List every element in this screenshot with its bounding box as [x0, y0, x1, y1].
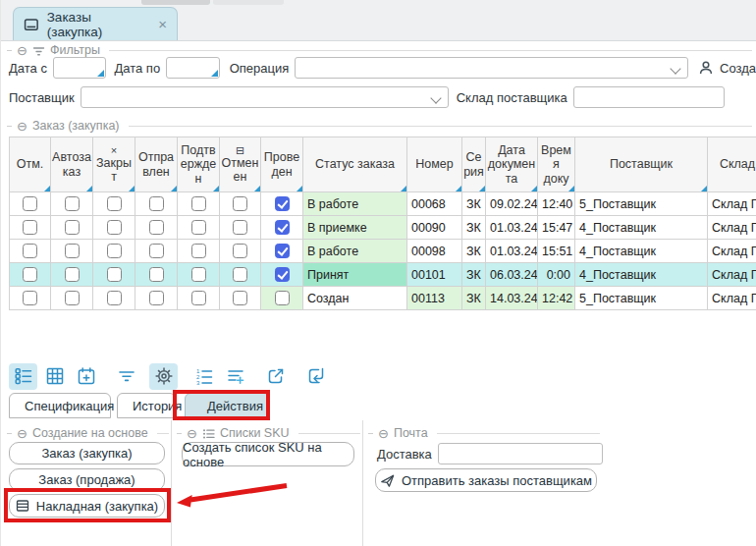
checkbox-otmenen[interactable]	[233, 267, 247, 282]
create-sku-list-button[interactable]: Создать список SKU на основе	[182, 442, 354, 466]
checkbox-otmenen[interactable]	[233, 244, 247, 258]
checkbox-otm[interactable]	[23, 196, 37, 211]
col-otpravlen[interactable]: Отправлен	[135, 137, 178, 192]
checkbox-autozakaz[interactable]	[65, 291, 80, 305]
checkbox-otm[interactable]	[23, 267, 37, 282]
checkbox-zakryt[interactable]	[107, 291, 122, 305]
table-row[interactable]: В приемке 00090 ЗК 01.03.24 15:47 4_Пост…	[10, 216, 756, 240]
list-add-button[interactable]	[221, 363, 249, 390]
cell-number: 00098	[407, 240, 462, 263]
checkbox-zakryt[interactable]	[107, 267, 122, 282]
grid-view-button[interactable]	[40, 363, 69, 390]
date-from-input[interactable]	[54, 58, 106, 78]
collapse-icon[interactable]: ⊖	[187, 427, 197, 440]
reload-button[interactable]	[301, 363, 330, 390]
checkbox-otmenen[interactable]	[233, 196, 247, 211]
date-to-input[interactable]	[167, 58, 219, 78]
checkbox-proveden[interactable]	[275, 196, 290, 211]
checkbox-otpravlen[interactable]	[149, 196, 164, 211]
col-proveden[interactable]: Проведен	[261, 137, 303, 192]
col-status[interactable]: Статус заказа	[303, 137, 407, 192]
order-sale-button[interactable]: Заказ (продажа)	[9, 468, 165, 491]
checkbox-otpravlen[interactable]	[149, 291, 164, 305]
table-row[interactable]: В работе 00068 ЗК 09.02.24 12:40 5_Поста…	[10, 192, 756, 216]
filter-button[interactable]	[112, 363, 140, 390]
checkbox-podtverzhden[interactable]	[191, 291, 206, 305]
supplier-warehouse-input[interactable]	[574, 87, 724, 107]
cell-series: ЗК	[462, 216, 486, 240]
gear-icon	[154, 366, 174, 386]
tab-history[interactable]: История	[117, 393, 176, 418]
collapse-icon[interactable]: ⊖	[378, 427, 389, 440]
tab-specification[interactable]: Спецификация	[9, 393, 111, 418]
numbered-list-button[interactable]: 1 2 3	[189, 363, 218, 390]
col-autozakaz[interactable]: Автозаказ	[51, 137, 93, 192]
settings-button[interactable]	[149, 363, 178, 390]
close-icon[interactable]: ×	[158, 16, 167, 32]
checkbox-podtverzhden[interactable]	[191, 196, 206, 211]
supplier-select[interactable]	[81, 86, 449, 108]
checkbox-autozakaz[interactable]	[65, 196, 80, 211]
checkbox-proveden[interactable]	[275, 267, 290, 282]
checkbox-otmenen[interactable]	[233, 291, 247, 305]
table-row[interactable]: Создан 00113 ЗК 14.03.24 12:42 5_Поставщ…	[10, 287, 756, 310]
checkbox-otpravlen[interactable]	[149, 220, 164, 235]
date-from-label: Дата с	[9, 61, 47, 76]
invoice-purchase-button[interactable]: Накладная (закупка)	[9, 494, 165, 518]
checkbox-zakryt[interactable]	[107, 220, 122, 235]
checkbox-otpravlen[interactable]	[149, 267, 164, 282]
cell-time: 15:47	[538, 216, 575, 240]
col-podtverzhden[interactable]: Подтвержден	[178, 137, 220, 192]
checkbox-proveden[interactable]	[275, 291, 290, 305]
delivery-input[interactable]	[439, 444, 602, 464]
mail-header: ⊖ Почта	[368, 425, 600, 441]
col-series[interactable]: Серия	[462, 137, 486, 192]
checkbox-proveden[interactable]	[275, 244, 290, 258]
collapse-icon[interactable]: ⊖	[17, 44, 27, 57]
col-doctime[interactable]: Время доку	[538, 137, 575, 192]
checkbox-podtverzhden[interactable]	[191, 267, 206, 282]
tab-actions[interactable]: Действия	[185, 393, 270, 418]
checkbox-zakryt[interactable]	[107, 244, 122, 258]
tab-orders-purchase[interactable]: Заказы (закупка) ×	[13, 7, 178, 40]
create-based-title: Создание на основе	[32, 426, 148, 440]
collapse-icon[interactable]: ⊖	[17, 427, 27, 440]
checkbox-zakryt[interactable]	[107, 196, 122, 211]
checkbox-autozakaz[interactable]	[65, 244, 80, 258]
order-purchase-button[interactable]: Заказ (закупка)	[9, 442, 165, 464]
chevron-down-icon	[670, 63, 680, 74]
table-row-selected[interactable]: Принят 00101 ЗК 06.03.24 0:00 4_Поставщи…	[10, 263, 756, 287]
collapse-icon[interactable]: ⊖	[17, 120, 27, 133]
calendar-button[interactable]	[72, 363, 100, 390]
clipped-tab-fragment	[213, 0, 284, 5]
col-otmenen[interactable]: ⊟Отменен	[220, 137, 261, 192]
col-supplier[interactable]: Поставщик	[575, 137, 708, 192]
filter-row-2: Поставщик Склад поставщика	[9, 86, 756, 108]
supplier-warehouse-wrap	[573, 86, 725, 108]
view-cards-button[interactable]	[9, 363, 37, 390]
cell-status: Принят	[303, 263, 407, 287]
chevron-down-icon	[430, 92, 441, 103]
col-warehouse[interactable]: Склад	[708, 137, 756, 192]
sku-lists-title: Списки SKU	[220, 426, 290, 440]
checkbox-otm[interactable]	[23, 244, 37, 258]
checkbox-autozakaz[interactable]	[65, 220, 80, 235]
checkbox-podtverzhden[interactable]	[191, 244, 206, 258]
operation-label: Операция	[230, 61, 290, 76]
cell-supplier: 5_Поставщик	[575, 192, 708, 216]
checkbox-otm[interactable]	[23, 291, 37, 305]
operation-select[interactable]	[295, 57, 688, 79]
col-otm[interactable]: Отм.	[10, 137, 51, 192]
col-zakryt[interactable]: ×Закрыт	[93, 137, 135, 192]
col-docdate[interactable]: Дата документа	[486, 137, 538, 192]
send-orders-button[interactable]: Отправить заказы поставщикам	[375, 468, 597, 492]
checkbox-podtverzhden[interactable]	[191, 220, 206, 235]
checkbox-otpravlen[interactable]	[149, 244, 164, 258]
checkbox-otmenen[interactable]	[233, 220, 247, 235]
checkbox-proveden[interactable]	[275, 220, 290, 235]
checkbox-otm[interactable]	[23, 220, 37, 235]
col-number[interactable]: Номер	[407, 137, 462, 192]
open-external-button[interactable]	[261, 363, 290, 390]
checkbox-autozakaz[interactable]	[65, 267, 80, 282]
table-row[interactable]: В работе 00098 ЗК 01.03.24 15:51 4_Поста…	[10, 240, 756, 263]
